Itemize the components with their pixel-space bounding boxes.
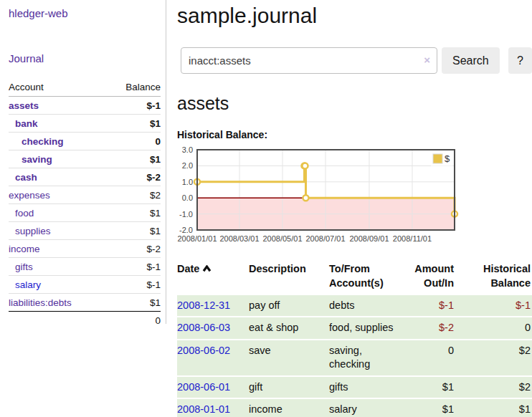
account-link[interactable]: gifts	[9, 262, 33, 272]
register-header-row: Date Description To/From Account(s) Amou…	[177, 260, 532, 294]
sidebar-item-journal[interactable]: Journal	[9, 52, 161, 64]
account-link[interactable]: income	[9, 244, 40, 254]
account-row: cash $-2	[9, 168, 161, 186]
transaction-amount: $1	[404, 399, 458, 417]
transaction-amount: $-1	[404, 295, 458, 317]
account-link[interactable]: bank	[9, 118, 38, 129]
account-row: expenses $2	[9, 186, 161, 204]
transaction-date-link[interactable]: 2008-01-01	[177, 403, 230, 415]
transaction-description: gift	[249, 377, 329, 398]
svg-text:-2.0: -2.0	[179, 226, 193, 234]
account-link[interactable]: supplies	[9, 226, 51, 236]
account-balance: $1	[106, 115, 161, 133]
transaction-row: 2008-12-31 pay off debts $-1 $-1	[177, 295, 532, 317]
transaction-date-link[interactable]: 2008-06-03	[177, 322, 230, 333]
transaction-accounts: debts	[329, 295, 404, 317]
search-form: × Search ?	[177, 47, 532, 74]
account-row: supplies $1	[9, 222, 161, 240]
account-row: food $1	[9, 204, 161, 222]
svg-text:0.0: 0.0	[182, 193, 193, 202]
search-button[interactable]: Search	[442, 47, 500, 74]
clear-search-icon[interactable]: ×	[424, 54, 430, 67]
sort-ascending-icon	[202, 262, 212, 276]
transaction-amount: $-2	[404, 317, 458, 339]
account-link[interactable]: liabilities:debts	[9, 297, 72, 308]
transaction-balance: $1	[458, 399, 532, 417]
transaction-row: 2008-06-03 eat & shop food, supplies $-2…	[177, 317, 532, 339]
date-column-header[interactable]: Date	[177, 260, 249, 294]
account-row: salary $-1	[9, 276, 161, 294]
account-balance: $2	[106, 186, 161, 204]
svg-text:2008/07/01: 2008/07/01	[305, 234, 345, 243]
transaction-accounts: gifts	[329, 377, 404, 398]
description-column-header: Description	[249, 260, 329, 294]
transaction-accounts: salary	[329, 399, 404, 417]
historical-balance-label: Historical Balance:	[177, 129, 532, 140]
transaction-amount: 0	[404, 340, 458, 375]
accounts-body: assets $-1 bank $1 checking 0 saving $1 …	[9, 97, 161, 312]
transaction-date-link[interactable]: 2008-06-02	[177, 345, 230, 356]
account-balance: $-1	[106, 258, 161, 276]
account-row: checking 0	[9, 133, 161, 150]
account-link[interactable]: cash	[9, 172, 37, 183]
svg-text:2.0: 2.0	[182, 161, 193, 170]
transaction-description: income	[249, 399, 329, 417]
accounts-table: Account Balance assets $-1 bank $1 check…	[9, 79, 161, 329]
transaction-amount: $1	[404, 377, 458, 398]
main-content: sample.journal × Search ? assets Histori…	[177, 0, 532, 417]
account-row: assets $-1	[9, 97, 161, 115]
account-balance: $1	[106, 222, 161, 240]
account-link[interactable]: salary	[9, 279, 41, 290]
accounts-total-row: 0	[9, 312, 161, 330]
account-row: saving $1	[9, 150, 161, 168]
svg-text:2008/09/01: 2008/09/01	[349, 234, 389, 243]
register-body: 2008-12-31 pay off debts $-1 $-1 2008-06…	[177, 295, 532, 417]
transaction-date-link[interactable]: 2008-06-01	[177, 381, 230, 393]
account-balance: $-2	[106, 240, 161, 258]
svg-text:2008/01/01: 2008/01/01	[177, 234, 217, 243]
svg-text:2008/03/01: 2008/03/01	[219, 234, 259, 243]
app-title-link[interactable]: hledger-web	[9, 7, 161, 19]
transaction-date-link[interactable]: 2008-12-31	[177, 299, 230, 311]
balance-column-header: Historical Balance	[458, 260, 532, 294]
transaction-row: 2008-06-01 gift gifts $1 $2	[177, 377, 532, 398]
account-heading: assets	[177, 93, 532, 114]
accounts-total-value: 0	[106, 312, 161, 330]
spacer	[9, 312, 106, 330]
search-input[interactable]	[181, 47, 437, 74]
svg-text:3.0: 3.0	[182, 145, 193, 154]
sidebar: hledger-web Journal Account Balance asse…	[0, 0, 166, 324]
account-balance: $1	[106, 150, 161, 168]
account-column-header: To/From Account(s)	[329, 260, 404, 294]
account-link[interactable]: food	[9, 208, 34, 219]
transaction-description: save	[249, 340, 329, 375]
page-title: sample.journal	[177, 3, 532, 29]
account-balance: $1	[106, 294, 161, 312]
transaction-balance: $-1	[458, 295, 532, 317]
balance-column-header: Balance	[106, 79, 161, 97]
account-row: income $-2	[9, 240, 161, 258]
transaction-description: pay off	[249, 295, 329, 317]
svg-text:$: $	[445, 153, 450, 164]
svg-text:2008/05/01: 2008/05/01	[262, 234, 302, 243]
transaction-row: 2008-06-02 save saving, checking 0 $2	[177, 340, 532, 375]
account-link[interactable]: assets	[9, 100, 39, 111]
account-link[interactable]: expenses	[9, 190, 50, 201]
transaction-accounts: food, supplies	[329, 317, 404, 339]
help-button[interactable]: ?	[508, 47, 532, 74]
amount-column-header: Amount Out/In	[404, 260, 458, 294]
account-balance: $-2	[106, 168, 161, 186]
transaction-balance: 0	[458, 317, 532, 339]
account-link[interactable]: checking	[9, 136, 64, 147]
account-balance: 0	[106, 133, 161, 150]
balance-chart-container: 3.02.01.00.0-1.0-2.02008/01/012008/03/01…	[177, 144, 532, 251]
account-column-header: Account	[9, 79, 106, 97]
account-row: liabilities:debts $1	[9, 294, 161, 312]
account-balance: $1	[106, 204, 161, 222]
transaction-balance: $2	[458, 377, 532, 398]
account-row: bank $1	[9, 115, 161, 133]
account-link[interactable]: saving	[9, 154, 52, 165]
account-balance: $-1	[106, 97, 161, 115]
register-table: Date Description To/From Account(s) Amou…	[177, 259, 532, 417]
svg-text:1.0: 1.0	[182, 178, 193, 186]
